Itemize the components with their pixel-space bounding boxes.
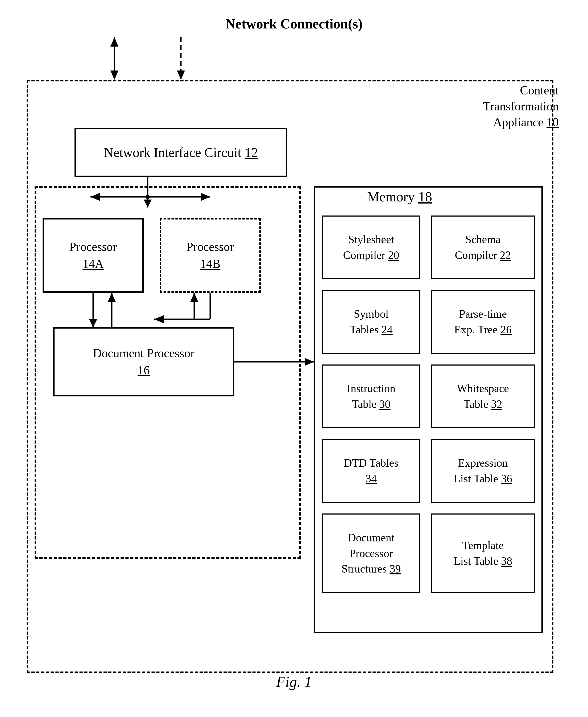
memory-cell-symbol: SymbolTables 24 [322, 290, 420, 354]
svg-marker-2 [110, 70, 119, 80]
page: Network Connection(s) Content Transforma… [0, 0, 588, 717]
memory-cell-template: TemplateList Table 38 [431, 513, 535, 593]
whitespace-table-label: WhitespaceTable 32 [457, 381, 509, 412]
processor-b-box: Processor 14B [160, 218, 261, 293]
svg-marker-1 [110, 37, 119, 46]
memory-cell-instruction: InstructionTable 30 [322, 364, 420, 428]
appliance-number: 10 [546, 115, 559, 129]
appliance-label: Content Transformation Appliance 10 [483, 83, 559, 130]
memory-cell-parsetime: Parse-timeExp. Tree 26 [431, 290, 535, 354]
appliance-label-line2: Transformation [483, 100, 559, 113]
figure-label: Fig. 1 [276, 673, 312, 690]
nic-box: Network Interface Circuit 12 [75, 128, 287, 177]
appliance-label-line1: Content [520, 84, 559, 97]
doc-processor-box: Document Processor 16 [53, 327, 234, 396]
template-list-label: TemplateList Table 38 [454, 538, 512, 569]
doc-processor-label: Document Processor 16 [93, 345, 194, 379]
parsetime-label: Parse-timeExp. Tree 26 [454, 306, 512, 338]
memory-cell-schema: SchemaCompiler 22 [431, 215, 535, 279]
memory-cell-docproc: DocumentProcessorStructures 39 [322, 513, 420, 593]
instruction-table-label: InstructionTable 30 [347, 381, 395, 412]
doc-processor-structures-label: DocumentProcessorStructures 39 [342, 530, 401, 577]
memory-cell-stylesheet: StylesheetCompiler 20 [322, 215, 420, 279]
memory-cell-expression: ExpressionList Table 36 [431, 439, 535, 503]
symbol-tables-label: SymbolTables 24 [350, 306, 393, 338]
processor-a-label: Processor 14A [69, 238, 117, 273]
nic-label: Network Interface Circuit 12 [104, 145, 258, 160]
schema-compiler-label: SchemaCompiler 22 [455, 232, 511, 263]
memory-label: Memory 18 [367, 189, 432, 205]
svg-marker-4 [177, 70, 185, 80]
appliance-label-line3: Appliance [493, 115, 543, 129]
memory-cell-dtd: DTD Tables34 [322, 439, 420, 503]
processor-b-label: Processor 14B [187, 238, 234, 273]
dtd-tables-label: DTD Tables34 [344, 455, 398, 487]
expression-list-label: ExpressionList Table 36 [454, 455, 512, 487]
processor-a-box: Processor 14A [43, 218, 144, 293]
memory-cell-whitespace: WhitespaceTable 32 [431, 364, 535, 428]
network-connection-label: Network Connection(s) [225, 16, 363, 31]
stylesheet-compiler-label: StylesheetCompiler 20 [343, 232, 399, 263]
